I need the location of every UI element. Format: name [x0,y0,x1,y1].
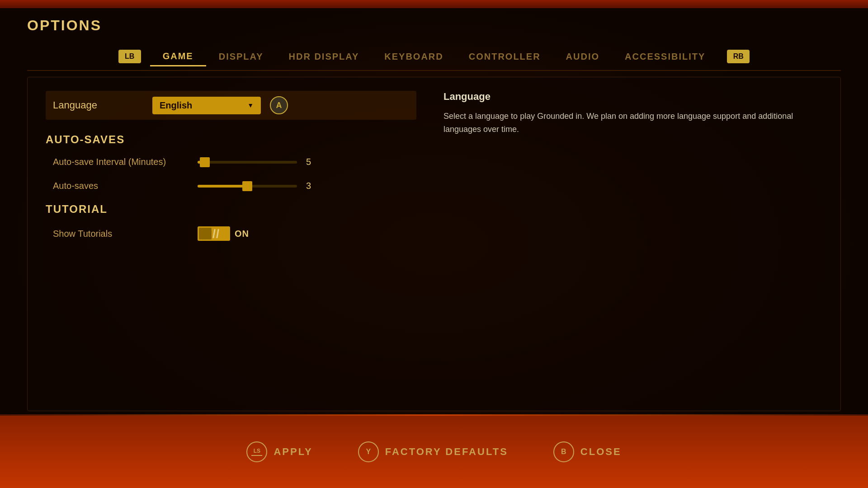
toggle-track [198,226,230,241]
auto-save-interval-row: Auto-save Interval (Minutes) 5 [46,155,416,169]
apply-button[interactable]: LS APPLY [246,441,312,462]
tab-keyboard[interactable]: KEYBOARD [372,48,456,66]
auto-saves-label: Auto-saves [53,181,189,191]
dropdown-arrow-icon: ▼ [247,102,254,109]
a-button[interactable]: A [270,96,288,114]
toggle-line-2 [212,229,216,238]
language-label: Language [53,99,143,111]
toggle-line-3 [216,229,219,238]
auto-save-interval-value: 5 [306,157,320,167]
auto-saves-slider[interactable] [198,185,297,188]
auto-saves-row: Auto-saves 3 [46,179,416,193]
action-bar: LS APPLY Y FACTORY DEFAULTS B CLOSE [0,416,868,488]
info-description: Select a language to play Grounded in. W… [443,110,822,136]
bumper-left[interactable]: LB [118,50,141,63]
tab-game[interactable]: GAME [150,47,206,66]
bottom-bar: LS APPLY Y FACTORY DEFAULTS B CLOSE [0,416,868,488]
top-bar [0,0,868,8]
auto-saves-header: AUTO-SAVES [46,133,416,146]
header: OPTIONS LB GAME DISPLAY HDR DISPLAY KEYB… [0,8,868,71]
close-label: CLOSE [580,446,622,458]
tab-accessibility[interactable]: ACCESSIBILITY [612,48,718,66]
page-title: OPTIONS [27,17,841,34]
tab-audio[interactable]: AUDIO [553,48,612,66]
ls-icon: LS [246,441,267,462]
tab-bar: LB GAME DISPLAY HDR DISPLAY KEYBOARD CON… [27,43,841,71]
toggle-on-label: ON [235,229,249,239]
show-tutorials-row: Show Tutorials ON [46,225,416,243]
tab-controller[interactable]: CONTROLLER [456,48,553,66]
toggle-knob [199,228,212,239]
tab-display[interactable]: DISPLAY [206,48,276,66]
show-tutorials-toggle[interactable]: ON [198,226,249,241]
language-value: English [160,100,192,111]
bumper-right[interactable]: RB [727,50,750,63]
auto-saves-value: 3 [306,181,320,191]
tab-hdr-display[interactable]: HDR DISPLAY [276,48,372,66]
tutorial-header: TUTORIAL [46,203,416,216]
info-panel: Language Select a language to play Groun… [434,91,822,397]
info-title: Language [443,91,822,103]
content-area: Language English ▼ A AUTO-SAVES Auto-sav… [27,77,841,411]
auto-saves-thumb[interactable] [242,181,252,191]
auto-save-interval-thumb[interactable] [200,157,210,167]
settings-panel: Language English ▼ A AUTO-SAVES Auto-sav… [46,91,416,397]
language-dropdown[interactable]: English ▼ [152,97,261,114]
language-row: Language English ▼ A [46,91,416,120]
factory-defaults-button[interactable]: Y FACTORY DEFAULTS [358,441,508,462]
y-icon: Y [358,441,379,462]
close-button[interactable]: B CLOSE [553,441,622,462]
show-tutorials-label: Show Tutorials [53,229,189,239]
b-icon: B [553,441,574,462]
factory-defaults-label: FACTORY DEFAULTS [385,446,508,458]
apply-label: APPLY [274,446,312,458]
auto-saves-fill [198,185,247,188]
auto-save-interval-slider[interactable] [198,161,297,164]
auto-save-interval-label: Auto-save Interval (Minutes) [53,157,189,167]
